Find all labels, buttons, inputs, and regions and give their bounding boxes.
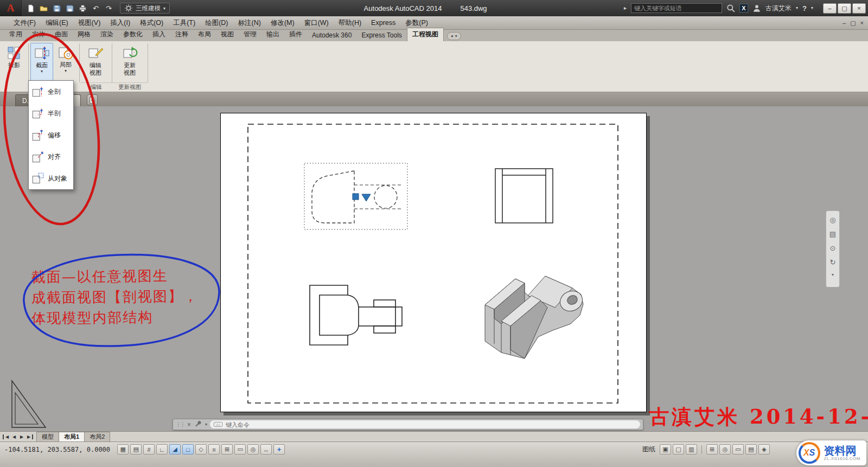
maximize-button[interactable]: ▢ — [838, 3, 851, 14]
polar-toggle[interactable]: ◢ — [169, 444, 181, 455]
tab-render[interactable]: 渲染 — [95, 28, 118, 41]
plot-icon[interactable] — [78, 4, 87, 13]
section-view-preview[interactable] — [304, 163, 407, 229]
zoom-icon[interactable]: ⊙ — [830, 244, 836, 252]
dyn-toggle[interactable]: ⊞ — [221, 444, 233, 455]
3d-osnap-toggle[interactable]: ◇ — [195, 444, 207, 455]
ducs-toggle[interactable]: ≡ — [208, 444, 220, 455]
iso-view[interactable] — [485, 276, 586, 359]
help-search-input[interactable] — [631, 3, 722, 13]
tab-insert[interactable]: 插入 — [148, 28, 170, 41]
quick-view-layouts-button[interactable]: ▢ — [673, 444, 684, 455]
projection-view-button[interactable]: 投影 — [2, 43, 26, 69]
menu-file[interactable]: 文件(F) — [9, 16, 41, 30]
osnap-toggle[interactable]: □ — [182, 444, 194, 455]
application-menu-button[interactable]: A — [0, 0, 22, 16]
new-drawing-tab-button[interactable] — [87, 94, 98, 105]
snap-toggle[interactable]: ▤ — [130, 444, 142, 455]
menu-format[interactable]: 格式(O) — [135, 16, 168, 30]
command-drag-handle[interactable]: ⋮⋮ — [176, 421, 184, 427]
redo-icon[interactable]: ↷ — [104, 4, 113, 13]
search-icon[interactable] — [726, 4, 735, 12]
menu-edit[interactable]: 编辑(E) — [41, 16, 73, 30]
front-view[interactable] — [495, 169, 553, 223]
grip-square[interactable] — [353, 194, 359, 200]
navbar-caret-icon[interactable]: ▾ — [832, 272, 834, 277]
tab-layout[interactable]: 布局 — [193, 28, 216, 41]
clean-screen-button[interactable]: ◈ — [758, 444, 770, 455]
menu-modify[interactable]: 修改(M) — [266, 16, 299, 30]
ribbon-state-toggle[interactable]: ● ▾ — [447, 32, 461, 40]
menu-item-half-section[interactable]: 半剖 — [29, 103, 73, 124]
doc-close-icon[interactable]: × — [860, 20, 864, 27]
lineweight-toggle[interactable]: ▭ — [234, 444, 246, 455]
search-collapse-icon[interactable]: ▸ — [624, 5, 627, 11]
tab-layout1[interactable]: 布局1 — [59, 432, 85, 442]
next-layout-icon[interactable]: ▶ — [18, 434, 25, 439]
doc-minimize-icon[interactable]: – — [843, 20, 846, 27]
update-panel-title[interactable]: 更新视图 — [112, 82, 148, 91]
wrench-icon[interactable] — [194, 420, 202, 429]
ortho-toggle[interactable]: ∟ — [156, 444, 168, 455]
infer-constraints-toggle[interactable]: ▦ — [117, 444, 129, 455]
menu-view[interactable]: 视图(V) — [73, 16, 106, 30]
grid-toggle[interactable]: # — [143, 444, 155, 455]
menu-help[interactable]: 帮助(H) — [334, 16, 366, 30]
tab-surface[interactable]: 曲面 — [50, 28, 73, 41]
tab-layout2[interactable]: 布局2 — [84, 432, 110, 442]
autoscale-button[interactable]: ▭ — [732, 444, 744, 455]
menu-tools[interactable]: 工具(T) — [168, 16, 200, 30]
tab-autodesk360[interactable]: Autodesk 360 — [307, 30, 356, 41]
workspace-switch-button[interactable]: ▤ — [745, 444, 757, 455]
tab-model[interactable]: 模型 — [36, 432, 59, 442]
command-input[interactable] — [226, 421, 636, 428]
paper-space-label[interactable]: 图纸 — [642, 445, 655, 454]
command-line[interactable]: ⋮⋮ × ▾ — [173, 419, 643, 430]
orbit-icon[interactable]: ↻ — [830, 258, 836, 266]
doc-restore-icon[interactable]: ▢ — [850, 20, 856, 27]
new-file-icon[interactable] — [26, 4, 35, 13]
tab-express-tools[interactable]: Express Tools — [356, 30, 406, 41]
menu-window[interactable]: 窗口(W) — [299, 16, 334, 30]
minimize-button[interactable]: – — [823, 3, 837, 14]
menu-item-from-object[interactable]: 从对象 — [29, 168, 73, 189]
annotation-scale-button[interactable]: ⊞ — [706, 444, 718, 455]
menu-draw[interactable]: 绘图(D) — [200, 16, 233, 30]
side-view[interactable] — [310, 285, 402, 345]
tab-plugins[interactable]: 插件 — [284, 28, 307, 41]
layout-paper[interactable] — [220, 113, 647, 412]
transparency-toggle[interactable]: ◎ — [247, 444, 259, 455]
menu-dimension[interactable]: 标注(N) — [233, 16, 266, 30]
open-folder-icon[interactable] — [39, 4, 48, 13]
tab-parametric[interactable]: 参数化 — [118, 28, 148, 41]
help-caret-icon[interactable]: ▾ — [811, 6, 813, 10]
first-layout-icon[interactable]: ◀ — [3, 434, 10, 439]
close-button[interactable]: × — [852, 3, 866, 14]
model-paper-toggle[interactable]: ▣ — [660, 444, 671, 455]
menu-item-full-section[interactable]: 全剖 — [29, 81, 73, 103]
grip-direction-triangle[interactable] — [362, 194, 371, 201]
steering-wheel-icon[interactable]: ◎ — [829, 216, 835, 224]
last-layout-icon[interactable]: ▶ — [25, 434, 33, 439]
tab-manage[interactable]: 管理 — [239, 28, 261, 41]
signed-in-user[interactable]: 古滇艾米 — [765, 4, 792, 13]
prev-layout-icon[interactable]: ◀ — [10, 434, 18, 439]
edit-panel-title[interactable]: 编辑 — [80, 82, 112, 91]
user-menu-caret-icon[interactable]: ▾ — [796, 6, 798, 10]
save-icon[interactable] — [52, 4, 61, 13]
save-as-icon[interactable] — [65, 4, 74, 13]
annotation-visibility-button[interactable]: ◎ — [719, 444, 731, 455]
pan-icon[interactable]: ▤ — [829, 230, 836, 238]
workspace-switcher[interactable]: 三维建模 ▾ — [120, 3, 170, 14]
quick-view-drawings-button[interactable]: ▥ — [686, 444, 697, 455]
undo-icon[interactable]: ↶ — [91, 4, 100, 13]
exchange-apps-icon[interactable]: X — [739, 4, 748, 12]
update-view-button[interactable]: 更新 视图 — [115, 43, 144, 76]
section-view-button[interactable]: 截面 ▾ — [30, 43, 53, 81]
tab-drawing-views[interactable]: 工程视图 — [407, 28, 444, 41]
command-input-field[interactable] — [210, 420, 640, 428]
command-close-icon[interactable]: × — [187, 421, 191, 428]
selection-cycling-toggle[interactable]: + — [273, 444, 285, 455]
tab-home[interactable]: 常用 — [4, 28, 27, 41]
tab-view[interactable]: 视图 — [216, 28, 239, 41]
